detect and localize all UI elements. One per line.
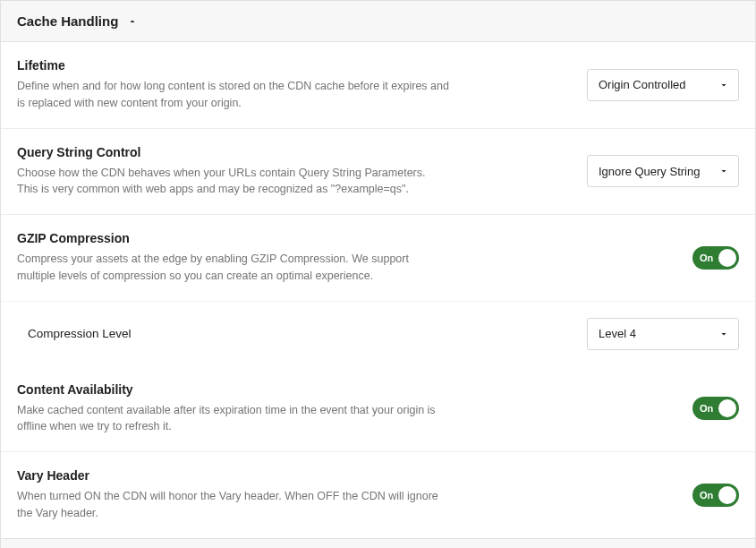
toggle-label: On: [700, 403, 713, 414]
setting-title: Vary Header: [17, 468, 449, 483]
panel-body: Lifetime Define when and for how long co…: [1, 42, 755, 548]
setting-title: Lifetime: [17, 58, 449, 73]
setting-right: Origin Controlled: [471, 69, 739, 101]
setting-left: Vary Header When turned ON the CDN will …: [17, 468, 471, 522]
caret-down-icon: [718, 166, 729, 176]
setting-row-compression-level: Compression Level Level 4: [1, 301, 755, 366]
setting-left: Query String Control Choose how the CDN …: [17, 145, 471, 199]
toggle-knob: [718, 486, 736, 504]
select-value: Ignore Query String: [599, 165, 700, 178]
setting-row-query-string: Query String Control Choose how the CDN …: [1, 129, 755, 216]
setting-right: Ignore Query String: [471, 155, 739, 187]
caret-down-icon: [718, 329, 729, 339]
select-value: Origin Controlled: [599, 78, 686, 91]
gzip-toggle[interactable]: On: [692, 246, 739, 270]
setting-title: Content Availability: [17, 382, 449, 397]
sub-setting-title: Compression Level: [28, 327, 449, 340]
setting-left: Compression Level: [28, 327, 471, 340]
setting-desc: Make cached content available after its …: [17, 402, 449, 436]
select-value: Level 4: [599, 327, 636, 340]
panel-title: Cache Handling: [17, 13, 118, 29]
compression-level-select[interactable]: Level 4: [587, 318, 739, 350]
setting-row-vary-header: Vary Header When turned ON the CDN will …: [1, 452, 755, 538]
hide-button[interactable]: Hide: [1, 538, 755, 549]
setting-desc: Define when and for how long content is …: [17, 78, 449, 112]
setting-right: On: [471, 484, 739, 507]
setting-title: GZIP Compression: [17, 231, 449, 245]
setting-row-content-availability: Content Availability Make cached content…: [1, 366, 755, 453]
cache-handling-panel: Cache Handling Lifetime Define when and …: [0, 0, 756, 548]
setting-row-gzip: GZIP Compression Compress your assets at…: [1, 215, 755, 301]
cache-handling-header[interactable]: Cache Handling: [1, 1, 755, 42]
setting-group-gzip: GZIP Compression Compress your assets at…: [1, 215, 755, 366]
caret-down-icon: [718, 80, 729, 90]
content-availability-toggle[interactable]: On: [692, 397, 739, 420]
setting-left: Content Availability Make cached content…: [17, 382, 471, 436]
setting-desc: Choose how the CDN behaves when your URL…: [17, 165, 449, 199]
toggle-label: On: [700, 490, 713, 501]
setting-left: Lifetime Define when and for how long co…: [17, 58, 471, 112]
caret-up-icon: [127, 16, 138, 27]
setting-right: On: [471, 246, 739, 270]
setting-right: Level 4: [471, 318, 739, 350]
lifetime-select[interactable]: Origin Controlled: [587, 69, 739, 101]
setting-desc: Compress your assets at the edge by enab…: [17, 251, 449, 285]
query-string-select[interactable]: Ignore Query String: [587, 155, 739, 187]
vary-header-toggle[interactable]: On: [692, 484, 739, 507]
setting-row-lifetime: Lifetime Define when and for how long co…: [1, 42, 755, 129]
toggle-knob: [718, 399, 736, 417]
setting-title: Query String Control: [17, 145, 449, 159]
toggle-knob: [718, 249, 736, 267]
setting-left: GZIP Compression Compress your assets at…: [17, 231, 471, 285]
toggle-label: On: [700, 253, 713, 263]
setting-right: On: [471, 397, 739, 420]
setting-desc: When turned ON the CDN will honor the Va…: [17, 488, 449, 522]
